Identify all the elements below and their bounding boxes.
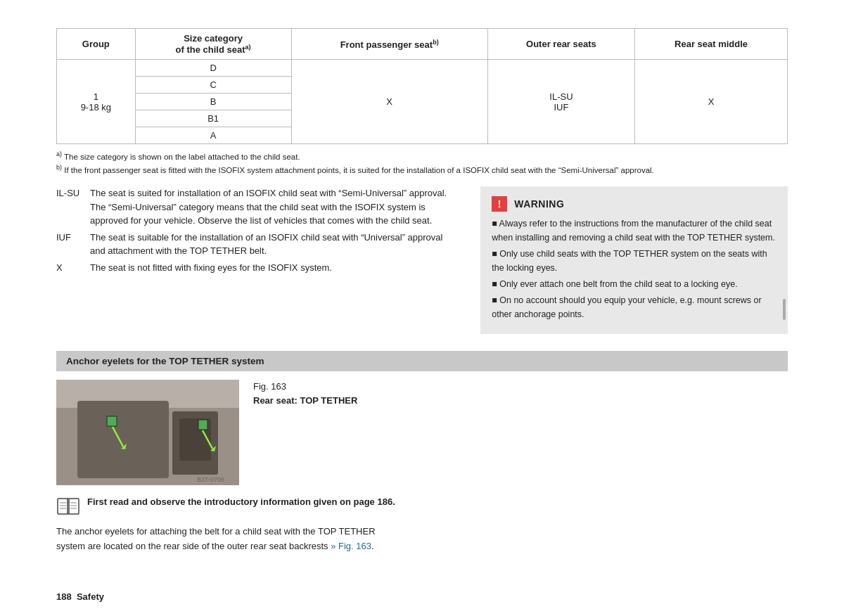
col-size-header: Size category of the child seata) — [135, 29, 291, 60]
seat-svg: B3T-0706 — [56, 380, 239, 485]
def-il-su: IL-SU The seat is suited for installatio… — [56, 186, 459, 228]
table-section: Group Size category of the child seata) … — [56, 28, 788, 144]
def-x: X The seat is not fitted with fixing eye… — [56, 261, 459, 275]
warning-header: ! WARNING — [492, 196, 776, 212]
warning-box: ! WARNING Always refer to the instructio… — [480, 186, 788, 334]
definitions-section: IL-SU The seat is suited for installatio… — [56, 186, 459, 277]
svg-rect-5 — [107, 416, 117, 426]
warning-icon: ! — [492, 196, 507, 212]
book-icon — [56, 496, 80, 516]
size-b1: B1 — [135, 110, 291, 127]
col-front-header: Front passenger seatb) — [291, 29, 487, 60]
warning-point-4: On no account should you equip your vehi… — [492, 294, 776, 321]
size-b: B — [135, 94, 291, 110]
page-number: 188 — [56, 591, 72, 602]
svg-text:B3T-0706: B3T-0706 — [197, 476, 224, 483]
svg-rect-13 — [69, 499, 79, 514]
front-seat-value: X — [291, 60, 487, 144]
warning-text: Always refer to the instructions from th… — [492, 217, 776, 321]
page-footer: 188 Safety — [56, 591, 104, 602]
scrollbar[interactable] — [783, 299, 786, 320]
size-c: C — [135, 77, 291, 94]
body-text: The anchor eyelets for attaching the bel… — [56, 525, 788, 554]
warning-point-3: Only ever attach one belt from the child… — [492, 278, 776, 291]
footnote-b: b) If the front passenger seat is fitted… — [56, 163, 788, 177]
car-seat-image: B3T-0706 — [56, 380, 239, 485]
intro-note: First read and observe the introductory … — [56, 495, 788, 516]
section-label: Safety — [77, 591, 104, 602]
footnote-a: a) The size category is shown on the lab… — [56, 150, 788, 163]
footnote-a-ref: a) — [245, 44, 251, 51]
warning-title: WARNING — [514, 197, 564, 212]
col-group-header: Group — [57, 29, 136, 60]
fig-title: Rear seat: TOP TETHER — [253, 394, 357, 408]
size-a: A — [135, 127, 291, 144]
footnote-b-ref: b) — [433, 39, 439, 46]
outer-seat-value: IL-SU IUF — [487, 60, 634, 144]
warning-point-1: Always refer to the instructions from th… — [492, 217, 776, 245]
group-weight: 9-18 kg — [64, 102, 128, 113]
fig-number: Fig. 163 — [253, 380, 357, 394]
footnotes-section: a) The size category is shown on the lab… — [56, 150, 788, 177]
fig-caption: Fig. 163 Rear seat: TOP TETHER — [253, 380, 357, 485]
table-row: 1 9-18 kg D X IL-SU IUF X — [57, 60, 788, 77]
group-cell: 1 9-18 kg — [57, 60, 136, 144]
warning-point-2: Only use child seats with the TOP TETHER… — [492, 248, 776, 275]
anchor-section: Anchor eyelets for the TOP TETHER system — [56, 351, 788, 554]
group-number: 1 — [64, 91, 128, 102]
intro-text: First read and observe the introductory … — [87, 495, 395, 509]
anchor-header: Anchor eyelets for the TOP TETHER system — [56, 351, 788, 371]
svg-rect-8 — [198, 420, 207, 430]
rear-middle-value: X — [635, 60, 788, 144]
col-outer-header: Outer rear seats — [487, 29, 634, 60]
fig-link[interactable]: » Fig. 163 — [331, 541, 371, 551]
anchor-content: B3T-0706 Fig. 163 Rear seat: TOP TETHER — [56, 380, 788, 485]
svg-rect-2 — [77, 401, 169, 478]
svg-rect-12 — [58, 499, 68, 514]
child-seat-table: Group Size category of the child seata) … — [56, 28, 788, 144]
size-d: D — [135, 60, 291, 77]
col-rear-middle-header: Rear seat middle — [635, 29, 788, 60]
def-iuf: IUF The seat is suitable for the install… — [56, 231, 459, 258]
